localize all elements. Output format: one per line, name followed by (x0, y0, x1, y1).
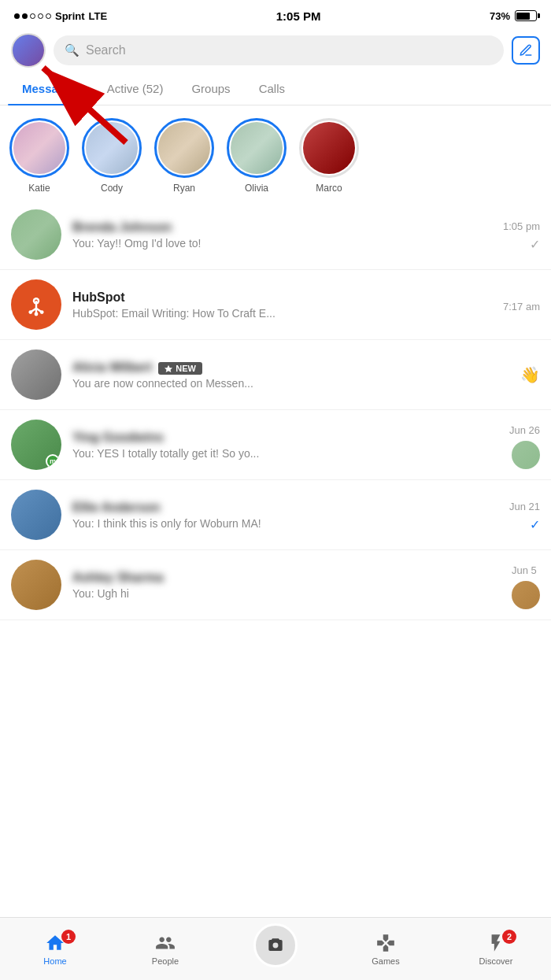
story-item[interactable]: Katie (8, 118, 71, 194)
story-item[interactable]: Olivia (225, 118, 288, 194)
message-right-6: Jun 5 (512, 561, 540, 609)
wave-icon: 👋 (520, 365, 540, 384)
tab-messages[interactable]: Messages (8, 72, 93, 105)
message-item[interactable]: Alicia Wilbert NEW You are now connected… (0, 340, 551, 410)
story-avatar-inner-5 (303, 122, 355, 174)
new-badge: NEW (158, 362, 202, 375)
status-left: Sprint LTE (14, 10, 107, 22)
message-preview-4: You: YES I totally totally get it! So yo… (72, 447, 498, 460)
svg-point-9 (40, 310, 44, 314)
header: 🔍 Search (0, 28, 551, 72)
search-bar[interactable]: 🔍 Search (54, 35, 504, 65)
nav-camera[interactable] (244, 931, 307, 967)
story-name-1: Katie (28, 183, 50, 194)
home-badge: 1 (61, 930, 76, 944)
message-content-1: Brenda Johnson You: Yay!! Omg I'd love t… (72, 220, 492, 250)
message-item[interactable]: Ellie Anderson You: I think this is only… (0, 480, 551, 550)
message-right-4: Jun 26 (509, 421, 540, 469)
message-content-6: Ashley Sharma You: Ugh hi (72, 571, 501, 600)
tab-active[interactable]: Active (52) (93, 72, 178, 105)
check-icon-5: ✓ (530, 517, 540, 532)
tab-calls[interactable]: Calls (245, 72, 299, 105)
signal-dot-2 (22, 13, 28, 19)
message-right-5: Jun 21 ✓ (509, 497, 540, 532)
battery-fill (516, 13, 530, 20)
nav-discover-label: Discover (479, 956, 513, 966)
camera-icon (265, 935, 286, 956)
message-name-1: Brenda Johnson (72, 220, 492, 235)
search-placeholder: Search (86, 43, 126, 57)
story-name-4: Olivia (245, 183, 268, 194)
camera-button[interactable] (253, 923, 298, 967)
status-right: 73% (490, 10, 537, 22)
nav-games[interactable]: Games (354, 933, 417, 966)
bottom-nav: 1 Home People Games 2 (0, 917, 551, 980)
message-name-2: HubSpot (72, 290, 492, 305)
story-name-2: Cody (101, 183, 123, 194)
svg-point-10 (35, 312, 39, 316)
message-avatar-6 (11, 560, 61, 610)
story-avatar-inner-3 (158, 122, 210, 174)
signal-dot-5 (46, 13, 51, 19)
message-right-2: 7:17 am (503, 298, 540, 312)
message-name-6: Ashley Sharma (72, 571, 501, 585)
story-name-5: Marco (316, 183, 342, 194)
network-label: LTE (89, 10, 108, 22)
message-item[interactable]: Brenda Johnson You: Yay!! Omg I'd love t… (0, 200, 551, 270)
story-item[interactable]: Ryan (153, 118, 216, 194)
nav-people-label: People (152, 956, 179, 966)
message-time-6: Jun 5 (512, 564, 537, 576)
message-thumb-6 (512, 581, 540, 609)
message-content-5: Ellie Anderson You: I think this is only… (72, 501, 498, 530)
message-name-4: Ying Goodwins (72, 431, 498, 445)
nav-games-label: Games (372, 956, 399, 966)
message-preview-5: You: I think this is only for Woburn MA! (72, 517, 498, 530)
battery-icon (515, 10, 537, 21)
nav-people[interactable]: People (134, 933, 197, 966)
search-icon: 🔍 (65, 43, 80, 57)
story-item[interactable]: Marco (298, 118, 361, 194)
message-item[interactable]: HubSpot HubSpot: Email Writing: How To C… (0, 270, 551, 340)
stories-row: Katie Cody Ryan Olivia (0, 105, 551, 200)
message-avatar-2 (11, 279, 61, 330)
signal-dots (14, 13, 51, 19)
message-item[interactable]: m Ying Goodwins You: YES I totally total… (0, 410, 551, 480)
message-time-2: 7:17 am (503, 301, 540, 312)
story-avatar-2 (82, 118, 142, 178)
message-item[interactable]: Ashley Sharma You: Ugh hi Jun 5 (0, 550, 551, 620)
games-icon (375, 933, 396, 953)
message-content-4: Ying Goodwins You: YES I totally totally… (72, 431, 498, 460)
message-avatar-1 (11, 209, 61, 260)
profile-avatar[interactable] (11, 33, 46, 68)
signal-dot-1 (14, 13, 20, 19)
message-preview-6: You: Ugh hi (72, 587, 501, 600)
message-avatar-4: m (11, 420, 61, 470)
battery-percent: 73% (490, 10, 510, 22)
carrier-label: Sprint (55, 10, 85, 22)
nav-home[interactable]: 1 Home (24, 933, 87, 966)
message-time-5: Jun 21 (509, 501, 540, 512)
message-thumb-4 (512, 441, 540, 469)
message-preview-2: HubSpot: Email Writing: How To Craft E..… (72, 307, 492, 320)
tab-groups[interactable]: Groups (177, 72, 244, 105)
story-avatar-inner-1 (13, 122, 65, 174)
discover-badge: 2 (502, 930, 516, 944)
check-icon-1: ✓ (530, 237, 540, 252)
message-avatar-5 (11, 490, 61, 540)
message-name-5: Ellie Anderson (72, 501, 498, 515)
story-item[interactable]: Cody (80, 118, 143, 194)
message-preview-3: You are now connected on Messen... (72, 377, 503, 390)
time-label: 1:05 PM (276, 9, 321, 23)
nav-discover[interactable]: 2 Discover (464, 933, 527, 966)
status-bar: Sprint LTE 1:05 PM 73% (0, 0, 551, 28)
message-time-1: 1:05 pm (503, 220, 540, 232)
nav-home-label: Home (43, 956, 66, 966)
message-right-1: 1:05 pm ✓ (503, 217, 540, 252)
story-avatar-3 (154, 118, 214, 178)
message-time-4: Jun 26 (509, 424, 540, 436)
story-avatar-inner-2 (86, 122, 138, 174)
compose-button[interactable] (512, 36, 540, 65)
story-avatar-1 (9, 118, 69, 178)
message-content-2: HubSpot HubSpot: Email Writing: How To C… (72, 290, 492, 320)
message-preview-1: You: Yay!! Omg I'd love to! (72, 237, 492, 250)
